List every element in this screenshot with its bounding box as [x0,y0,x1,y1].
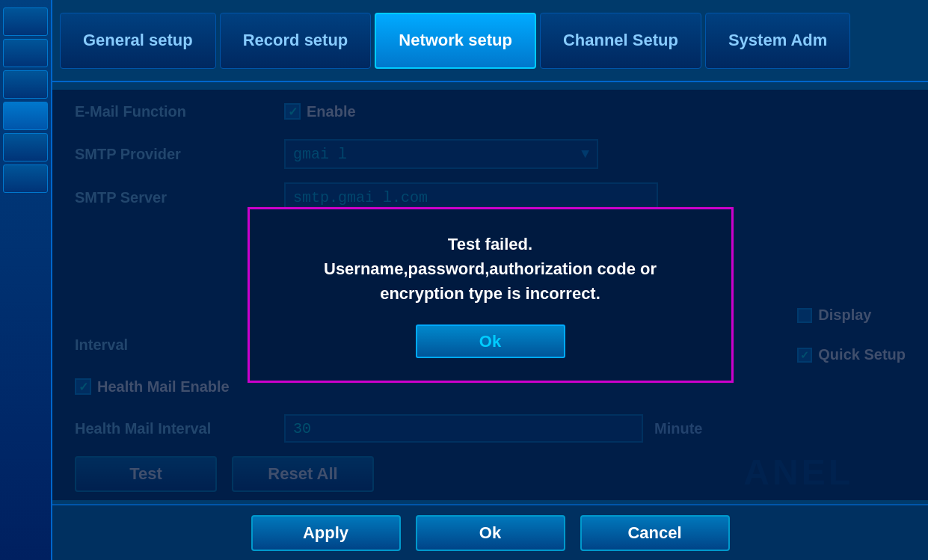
tab-general[interactable]: General setup [60,13,216,69]
tab-sysadmin[interactable]: System Adm [705,13,850,69]
sidebar-item-4[interactable] [3,102,48,130]
sidebar-item-5[interactable] [3,133,48,161]
dialog-overlay: Test failed. Username,password,authoriza… [52,90,928,500]
sidebar-item-6[interactable] [3,164,48,193]
sidebar [0,0,52,560]
sidebar-item-3[interactable] [3,70,48,99]
apply-button[interactable]: Apply [251,515,401,551]
ok-button[interactable]: Ok [416,515,565,551]
dialog-ok-button[interactable]: Ok [416,324,565,358]
dialog-line1: Test failed. [324,232,657,256]
bottom-bar: Apply Ok Cancel [52,504,928,560]
tab-network[interactable]: Network setup [375,13,536,69]
tab-bar: General setup Record setup Network setup… [52,0,928,82]
sidebar-item-2[interactable] [3,39,48,67]
tab-record[interactable]: Record setup [220,13,372,69]
dialog-box: Test failed. Username,password,authoriza… [248,207,734,383]
sidebar-item-1[interactable] [3,7,48,36]
dialog-line3: encryption type is incorrect. [324,281,657,306]
dialog-message: Test failed. Username,password,authoriza… [324,232,657,306]
cancel-button[interactable]: Cancel [580,515,730,551]
tab-channel[interactable]: Channel Setup [540,13,701,69]
dialog-line2: Username,password,authorization code or [324,256,657,281]
